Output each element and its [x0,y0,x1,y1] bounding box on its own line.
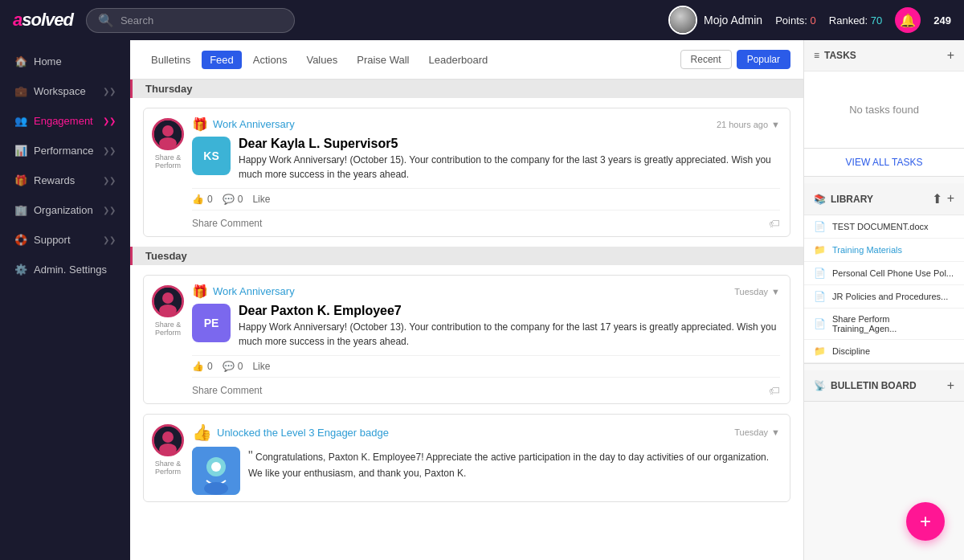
library-upload-button[interactable]: ⬆ [932,191,942,206]
sidebar-item-support[interactable]: 🛟Support ❯❯ [3,226,127,254]
tag-icon-2[interactable]: 🏷 [769,384,780,397]
home-icon: 🏠 [14,55,27,67]
share-comment-input-1[interactable] [192,218,769,229]
badge-icon: 👍 [192,423,212,442]
post-avatar-2 [152,285,184,317]
bulletin-header: 📡 BULLETIN BOARD + [804,370,964,401]
post-card-2: Share & Perform 🎁 Work Anniversary Tuesd… [143,275,790,404]
dropdown-icon[interactable]: ▼ [771,120,780,129]
notification-count: 249 [933,14,951,27]
content-area: Bulletins Feed Actions Values Praise Wal… [130,40,964,560]
post-header-2: 🎁 Work Anniversary Tuesday ▼ [192,284,780,299]
sidebar-item-organization[interactable]: 🏢Organization ❯❯ [3,196,127,224]
fab-button[interactable]: + [906,502,945,541]
tasks-header: ≡ TASKS + [804,40,964,72]
post-content-1: KS Dear Kayla L. Supervisor5 Happy Work … [192,137,780,182]
library-section: 📚 LIBRARY ⬆ + 📄 TEST DOCUMENT.docx 📁 Tra… [804,183,964,364]
library-item-3[interactable]: 📄 JR Policies and Procedures... [804,285,964,309]
library-title: 📚 LIBRARY [814,194,873,205]
post-user-1: Dear Kayla L. Supervisor5 [239,137,780,151]
post-avatar-col-3: Share & Perform [144,415,192,501]
ranked-display: Ranked: 70 [829,14,883,27]
sidebar-item-engagement[interactable]: 👥Engagement ❯❯ [3,107,127,135]
post-user-2: Dear Paxton K. Employee7 [239,304,780,318]
post-message-2: Happy Work Anniversary! (October 13). Yo… [239,320,780,349]
sidebar-item-workspace[interactable]: 💼Workspace ❯❯ [3,77,127,105]
share-comment-input-2[interactable] [192,385,769,396]
sidebar-item-rewards[interactable]: 🎁Rewards ❯❯ [3,166,127,194]
rewards-icon: 🎁 [14,174,27,186]
svg-point-12 [204,482,228,495]
search-input[interactable] [120,14,283,27]
library-item-5[interactable]: 📁 Discipline [804,340,964,363]
like-label-1[interactable]: Like [252,194,270,205]
file-icon: 📄 [814,221,826,232]
file-icon-3: 📄 [814,291,826,302]
comment-button-1[interactable]: 💬 0 [223,194,243,205]
tab-feed[interactable]: Feed [202,51,242,69]
share-comment-row-1: 🏷 [192,210,780,236]
post-content-2: PE Dear Paxton K. Employee7 Happy Work A… [192,304,780,349]
sidebar-item-performance[interactable]: 📊Performance ❯❯ [3,137,127,165]
library-icon: 📚 [814,194,826,205]
dropdown-icon-2[interactable]: ▼ [771,287,780,296]
post-body-3: 👍 Unlocked the Level 3 Engager badge Tue… [192,415,790,501]
folder-icon-2: 📁 [814,345,826,357]
view-tabs: Recent Popular [680,50,790,69]
admin-icon: ⚙️ [14,264,27,276]
avatar [668,6,697,35]
tab-actions[interactable]: Actions [245,51,296,69]
library-item-4[interactable]: 📄 Share Perform Training_Agen... [804,309,964,340]
post-avatar-col-2: Share & Perform [144,276,192,403]
tab-praise-wall[interactable]: Praise Wall [349,51,417,69]
sidebar-item-admin[interactable]: ⚙️Admin. Settings [3,255,127,284]
post-body-2: 🎁 Work Anniversary Tuesday ▼ PE [192,276,790,403]
post-card-1: Share & Perform 🎁 Work Anniversary 21 ho… [143,108,790,237]
like-label-2[interactable]: Like [252,361,270,372]
like-button-1[interactable]: 👍 0 [192,194,213,205]
library-item-1[interactable]: 📁 Training Materials [804,239,964,262]
post-body-1: 🎁 Work Anniversary 21 hours ago ▼ KS [192,108,790,236]
support-icon: 🛟 [14,234,27,246]
library-item-0[interactable]: 📄 TEST DOCUMENT.docx [804,215,964,239]
chevron-right-icon: ❯❯ [103,116,116,125]
library-header: 📚 LIBRARY ⬆ + [804,183,964,215]
tab-leaderboard[interactable]: Leaderboard [420,51,496,69]
tasks-add-button[interactable]: + [947,48,954,63]
tab-bulletins[interactable]: Bulletins [143,51,198,69]
bulletin-add-button[interactable]: + [947,378,954,393]
like-button-2[interactable]: 👍 0 [192,361,213,372]
sidebar: 🏠Home 💼Workspace ❯❯ 👥Engagement ❯❯ 📊Perf… [0,40,130,560]
app-logo: asolved [13,10,73,31]
post-avatar-1 [152,118,184,150]
comment-button-2[interactable]: 💬 0 [223,361,243,372]
post-header-3: 👍 Unlocked the Level 3 Engager badge Tue… [192,423,780,442]
search-bar[interactable]: 🔍 [86,8,295,33]
library-add-button[interactable]: + [947,191,954,206]
bulletin-icon: 📡 [814,380,826,391]
dropdown-icon-3[interactable]: ▼ [771,427,780,437]
notification-button[interactable]: 🔔 [895,7,921,33]
sidebar-item-home[interactable]: 🏠Home [3,47,127,76]
file-icon-4: 📄 [814,318,826,329]
gift-icon-2: 🎁 [192,284,208,299]
tab-popular[interactable]: Popular [737,50,790,69]
tab-recent[interactable]: Recent [680,50,732,69]
day-tuesday: Tuesday [130,247,803,265]
post-actions-1: 👍 0 💬 0 Like [192,188,780,210]
feed-tabs: Bulletins Feed Actions Values Praise Wal… [130,40,803,80]
file-icon-2: 📄 [814,268,826,279]
workspace-icon: 💼 [14,85,27,97]
bulletin-section: 📡 BULLETIN BOARD + [804,370,964,402]
library-item-2[interactable]: 📄 Personal Cell Phone Use Pol... [804,262,964,285]
post-avatar-col-1: Share & Perform [144,108,192,236]
post-actions-2: 👍 0 💬 0 Like [192,355,780,377]
tab-values[interactable]: Values [298,51,345,69]
post-content-3: " Congratulations, Paxton K. Employee7! … [192,447,780,495]
svg-point-11 [211,462,221,472]
post-message-1: Happy Work Anniversary! (October 15). Yo… [239,153,780,182]
view-all-tasks-button[interactable]: VIEW ALL TASKS [804,148,964,176]
tag-icon-1[interactable]: 🏷 [769,217,780,230]
user-avatar-1: KS [192,137,231,175]
post-type-1: Work Anniversary [213,118,295,130]
